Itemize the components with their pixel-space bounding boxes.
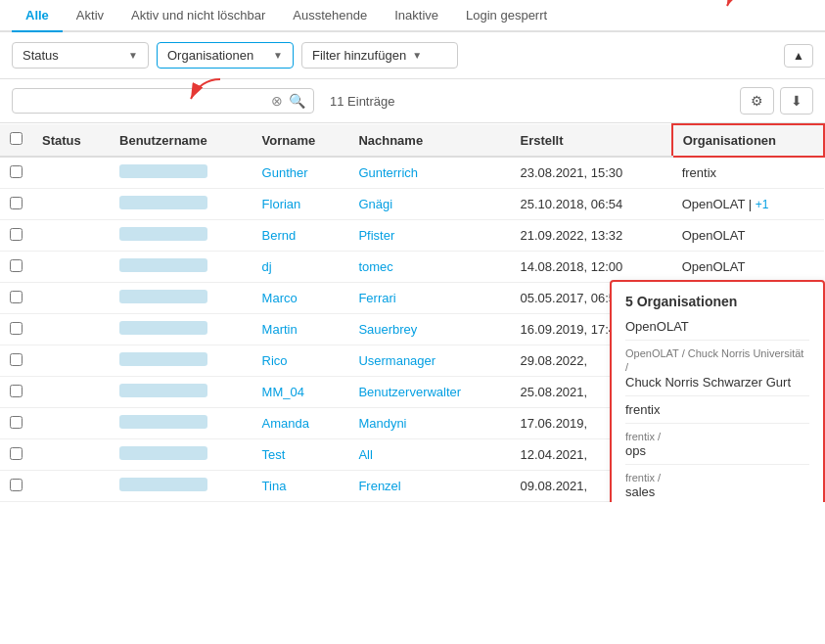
row-status xyxy=(32,252,110,283)
row-firstname[interactable]: Martin xyxy=(252,314,349,345)
username-blurred xyxy=(119,415,207,429)
select-all-checkbox[interactable] xyxy=(10,132,23,145)
org-popup-divider-4 xyxy=(625,464,809,465)
row-lastname[interactable]: Sauerbrey xyxy=(348,314,510,345)
row-firstname[interactable]: Bernd xyxy=(252,220,349,252)
row-checkbox[interactable] xyxy=(10,291,23,303)
organisations-filter[interactable]: Organisationen ▼ xyxy=(157,42,294,69)
firstname-link[interactable]: Tina xyxy=(262,479,287,493)
row-checkbox[interactable] xyxy=(10,197,23,209)
row-username xyxy=(110,157,252,189)
firstname-link[interactable]: Florian xyxy=(262,197,301,211)
row-username xyxy=(110,314,252,345)
row-checkbox[interactable] xyxy=(10,416,23,429)
row-username xyxy=(110,189,252,220)
org-popup-item-3: frentix xyxy=(625,402,809,417)
tab-aktiv[interactable]: Aktiv xyxy=(63,0,117,32)
firstname-link[interactable]: Amanda xyxy=(262,416,309,431)
row-lastname[interactable]: Benutzerverwalter xyxy=(348,377,510,408)
row-checkbox[interactable] xyxy=(10,259,23,272)
row-checkbox[interactable] xyxy=(10,447,23,460)
tab-ausstehende[interactable]: Ausstehende xyxy=(279,0,381,32)
lastname-link[interactable]: Benutzerverwalter xyxy=(358,385,461,399)
row-lastname[interactable]: Frenzel xyxy=(348,471,510,502)
tab-inaktive[interactable]: Inaktive xyxy=(381,0,452,32)
row-firstname[interactable]: dj xyxy=(252,252,349,283)
row-lastname[interactable]: Ferrari xyxy=(348,283,510,314)
org-item-4-small: frentix / xyxy=(625,430,809,443)
lastname-link[interactable]: All xyxy=(358,447,372,462)
entry-count: 11 Einträge xyxy=(330,94,395,109)
firstname-link[interactable]: Gunther xyxy=(262,165,308,180)
lastname-link[interactable]: Ferrari xyxy=(358,291,395,305)
lastname-link[interactable]: Pfister xyxy=(358,228,394,243)
header-checkbox xyxy=(0,124,32,157)
lastname-link[interactable]: Usermanager xyxy=(358,353,435,368)
status-dropdown-arrow: ▼ xyxy=(128,50,138,61)
clear-search-icon[interactable]: ⊗ xyxy=(271,93,283,109)
org-popup-item-5: frentix / sales xyxy=(625,471,809,499)
row-org: OpenOLAT xyxy=(672,220,824,252)
tab-aktiv-nicht-loeschbar[interactable]: Aktiv und nicht löschbar xyxy=(117,0,279,32)
row-lastname[interactable]: Pfister xyxy=(348,220,510,252)
firstname-link[interactable]: Rico xyxy=(262,353,288,368)
row-firstname[interactable]: Amanda xyxy=(252,408,349,439)
row-checkbox[interactable] xyxy=(10,165,23,178)
row-firstname[interactable]: Gunther xyxy=(252,157,349,189)
tab-alle[interactable]: Alle xyxy=(12,0,63,32)
lastname-link[interactable]: Gunterrich xyxy=(358,165,418,180)
row-firstname[interactable]: Rico xyxy=(252,345,349,377)
lastname-link[interactable]: Sauerbrey xyxy=(358,322,417,337)
firstname-link[interactable]: Martin xyxy=(262,322,298,337)
tab-login-gesperrt[interactable]: Login gesperrt xyxy=(452,0,561,32)
username-blurred xyxy=(119,446,207,460)
settings-button[interactable]: ⚙ xyxy=(740,87,774,115)
org-plus-tag[interactable]: +1 xyxy=(756,198,769,211)
row-firstname[interactable]: Test xyxy=(252,439,349,471)
row-checkbox[interactable] xyxy=(10,385,23,397)
row-firstname[interactable]: Tina xyxy=(252,471,349,502)
search-input[interactable] xyxy=(21,94,265,109)
row-checkbox[interactable] xyxy=(10,353,23,366)
header-status: Status xyxy=(32,124,110,157)
row-firstname[interactable]: Marco xyxy=(252,283,349,314)
row-status xyxy=(32,189,110,220)
firstname-link[interactable]: Test xyxy=(262,447,286,462)
firstname-link[interactable]: dj xyxy=(262,259,272,274)
firstname-link[interactable]: MM_04 xyxy=(262,385,304,399)
org-popup-item-2: OpenOLAT / Chuck Norris Universität / Ch… xyxy=(625,346,809,390)
org-item-2-main: Chuck Norris Schwarzer Gurt xyxy=(625,375,809,390)
row-lastname[interactable]: tomec xyxy=(348,252,510,283)
lastname-link[interactable]: tomec xyxy=(358,259,392,274)
row-firstname[interactable]: Florian xyxy=(252,189,349,220)
lastname-link[interactable]: Frenzel xyxy=(358,479,400,493)
row-username xyxy=(110,220,252,252)
row-lastname[interactable]: Usermanager xyxy=(348,345,510,377)
status-filter[interactable]: Status ▼ xyxy=(12,42,149,69)
header-benutzername: Benutzername xyxy=(110,124,252,157)
collapse-filter-button[interactable]: ▲ xyxy=(784,44,813,68)
row-username xyxy=(110,252,252,283)
lastname-link[interactable]: Gnägi xyxy=(358,197,392,211)
row-lastname[interactable]: Gnägi xyxy=(348,189,510,220)
org-popup: 5 Organisationen OpenOLAT OpenOLAT / Chu… xyxy=(610,280,825,502)
lastname-link[interactable]: Mandyni xyxy=(358,416,406,431)
row-lastname[interactable]: Mandyni xyxy=(348,408,510,439)
firstname-link[interactable]: Marco xyxy=(262,291,298,305)
row-status xyxy=(32,314,110,345)
row-firstname[interactable]: MM_04 xyxy=(252,377,349,408)
row-status xyxy=(32,471,110,502)
download-button[interactable]: ⬇ xyxy=(780,87,813,115)
search-icon[interactable]: 🔍 xyxy=(289,93,305,109)
add-filter-button[interactable]: Filter hinzufügen ▼ xyxy=(301,42,458,69)
row-checkbox[interactable] xyxy=(10,322,23,335)
row-checkbox[interactable] xyxy=(10,228,23,241)
username-blurred xyxy=(119,227,207,241)
firstname-link[interactable]: Bernd xyxy=(262,228,297,243)
row-lastname[interactable]: All xyxy=(348,439,510,471)
organisations-dropdown-arrow: ▼ xyxy=(273,50,283,61)
username-blurred xyxy=(119,321,207,335)
row-checkbox[interactable] xyxy=(10,479,23,491)
row-lastname[interactable]: Gunterrich xyxy=(348,157,510,189)
row-created: 21.09.2022, 13:32 xyxy=(510,220,671,252)
